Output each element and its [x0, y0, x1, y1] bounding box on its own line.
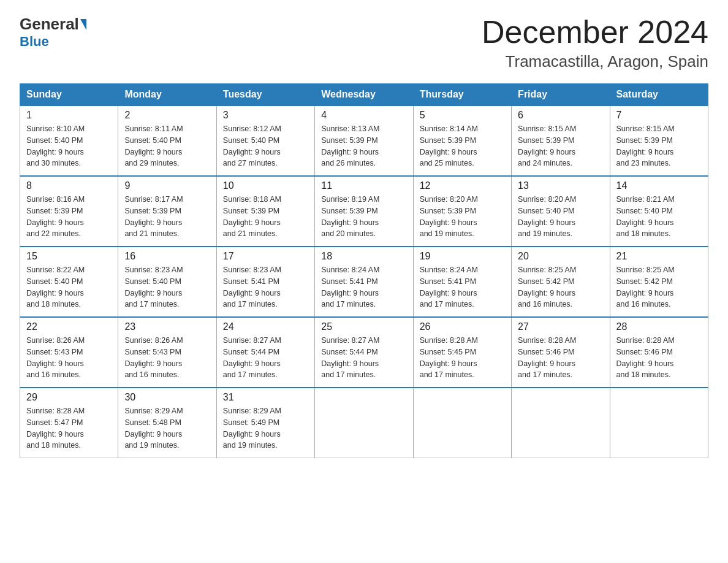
- calendar-cell: 18Sunrise: 8:24 AMSunset: 5:41 PMDayligh…: [315, 247, 413, 317]
- day-info: Sunrise: 8:25 AMSunset: 5:42 PMDaylight:…: [616, 264, 702, 310]
- page-header: General Blue December 2024 Tramacastilla…: [20, 15, 708, 71]
- day-info: Sunrise: 8:20 AMSunset: 5:40 PMDaylight:…: [518, 194, 603, 240]
- calendar-cell: 30Sunrise: 8:29 AMSunset: 5:48 PMDayligh…: [118, 388, 216, 458]
- calendar-cell: 27Sunrise: 8:28 AMSunset: 5:46 PMDayligh…: [512, 317, 610, 388]
- calendar-cell: 9Sunrise: 8:17 AMSunset: 5:39 PMDaylight…: [118, 176, 216, 247]
- day-info: Sunrise: 8:23 AMSunset: 5:41 PMDaylight:…: [223, 264, 308, 310]
- day-info: Sunrise: 8:29 AMSunset: 5:48 PMDaylight:…: [124, 405, 210, 451]
- calendar-cell: [315, 388, 413, 458]
- day-number: 27: [518, 321, 603, 332]
- calendar-cell: 4Sunrise: 8:13 AMSunset: 5:39 PMDaylight…: [315, 105, 413, 176]
- weekday-header-thursday: Thursday: [413, 84, 511, 106]
- weekday-header-monday: Monday: [118, 84, 216, 106]
- calendar-cell: 7Sunrise: 8:15 AMSunset: 5:39 PMDaylight…: [610, 105, 708, 176]
- calendar-cell: 23Sunrise: 8:26 AMSunset: 5:43 PMDayligh…: [118, 317, 216, 388]
- page-title: December 2024: [482, 15, 708, 50]
- day-number: 25: [321, 321, 406, 332]
- calendar-cell: 10Sunrise: 8:18 AMSunset: 5:39 PMDayligh…: [216, 176, 314, 247]
- day-number: 26: [420, 321, 505, 332]
- page-subtitle: Tramacastilla, Aragon, Spain: [482, 52, 708, 71]
- day-number: 24: [223, 321, 308, 332]
- day-number: 3: [223, 110, 308, 121]
- day-info: Sunrise: 8:21 AMSunset: 5:40 PMDaylight:…: [616, 194, 702, 240]
- day-info: Sunrise: 8:11 AMSunset: 5:40 PMDaylight:…: [124, 123, 210, 169]
- calendar-cell: 22Sunrise: 8:26 AMSunset: 5:43 PMDayligh…: [20, 317, 118, 388]
- calendar-cell: 20Sunrise: 8:25 AMSunset: 5:42 PMDayligh…: [512, 247, 610, 317]
- calendar-cell: 19Sunrise: 8:24 AMSunset: 5:41 PMDayligh…: [413, 247, 511, 317]
- day-info: Sunrise: 8:14 AMSunset: 5:39 PMDaylight:…: [420, 123, 505, 169]
- day-info: Sunrise: 8:19 AMSunset: 5:39 PMDaylight:…: [321, 194, 406, 240]
- calendar-cell: 3Sunrise: 8:12 AMSunset: 5:40 PMDaylight…: [216, 105, 314, 176]
- day-info: Sunrise: 8:24 AMSunset: 5:41 PMDaylight:…: [321, 264, 406, 310]
- day-info: Sunrise: 8:10 AMSunset: 5:40 PMDaylight:…: [26, 123, 112, 169]
- calendar-week-row: 22Sunrise: 8:26 AMSunset: 5:43 PMDayligh…: [20, 317, 708, 388]
- day-info: Sunrise: 8:28 AMSunset: 5:46 PMDaylight:…: [518, 335, 603, 381]
- calendar-cell: [413, 388, 511, 458]
- title-block: December 2024 Tramacastilla, Aragon, Spa…: [482, 15, 708, 71]
- calendar-cell: 12Sunrise: 8:20 AMSunset: 5:39 PMDayligh…: [413, 176, 511, 247]
- day-number: 13: [518, 180, 603, 191]
- calendar-cell: 11Sunrise: 8:19 AMSunset: 5:39 PMDayligh…: [315, 176, 413, 247]
- day-info: Sunrise: 8:15 AMSunset: 5:39 PMDaylight:…: [518, 123, 603, 169]
- day-number: 18: [321, 251, 406, 262]
- day-number: 4: [321, 110, 406, 121]
- logo-triangle-icon: [80, 19, 86, 30]
- day-number: 9: [124, 180, 210, 191]
- calendar-cell: 15Sunrise: 8:22 AMSunset: 5:40 PMDayligh…: [20, 247, 118, 317]
- logo: General Blue: [20, 15, 86, 48]
- day-number: 28: [616, 321, 702, 332]
- calendar-cell: 25Sunrise: 8:27 AMSunset: 5:44 PMDayligh…: [315, 317, 413, 388]
- day-info: Sunrise: 8:18 AMSunset: 5:39 PMDaylight:…: [223, 194, 308, 240]
- calendar-cell: 29Sunrise: 8:28 AMSunset: 5:47 PMDayligh…: [20, 388, 118, 458]
- day-info: Sunrise: 8:20 AMSunset: 5:39 PMDaylight:…: [420, 194, 505, 240]
- day-number: 15: [26, 251, 112, 262]
- day-number: 12: [420, 180, 505, 191]
- calendar-week-row: 8Sunrise: 8:16 AMSunset: 5:39 PMDaylight…: [20, 176, 708, 247]
- calendar-cell: 13Sunrise: 8:20 AMSunset: 5:40 PMDayligh…: [512, 176, 610, 247]
- day-info: Sunrise: 8:23 AMSunset: 5:40 PMDaylight:…: [124, 264, 210, 310]
- day-number: 5: [420, 110, 505, 121]
- calendar-cell: 2Sunrise: 8:11 AMSunset: 5:40 PMDaylight…: [118, 105, 216, 176]
- calendar-cell: [610, 388, 708, 458]
- day-number: 23: [124, 321, 210, 332]
- calendar-cell: 8Sunrise: 8:16 AMSunset: 5:39 PMDaylight…: [20, 176, 118, 247]
- weekday-header-wednesday: Wednesday: [315, 84, 413, 106]
- calendar-cell: [512, 388, 610, 458]
- day-number: 2: [124, 110, 210, 121]
- calendar-week-row: 1Sunrise: 8:10 AMSunset: 5:40 PMDaylight…: [20, 105, 708, 176]
- day-number: 16: [124, 251, 210, 262]
- day-number: 8: [26, 180, 112, 191]
- day-number: 1: [26, 110, 112, 121]
- day-number: 6: [518, 110, 603, 121]
- day-number: 14: [616, 180, 702, 191]
- calendar-header-row: SundayMondayTuesdayWednesdayThursdayFrid…: [20, 84, 708, 106]
- day-info: Sunrise: 8:24 AMSunset: 5:41 PMDaylight:…: [420, 264, 505, 310]
- weekday-header-saturday: Saturday: [610, 84, 708, 106]
- day-info: Sunrise: 8:26 AMSunset: 5:43 PMDaylight:…: [26, 335, 112, 381]
- calendar-cell: 31Sunrise: 8:29 AMSunset: 5:49 PMDayligh…: [216, 388, 314, 458]
- calendar-table: SundayMondayTuesdayWednesdayThursdayFrid…: [20, 83, 708, 458]
- day-info: Sunrise: 8:25 AMSunset: 5:42 PMDaylight:…: [518, 264, 603, 310]
- logo-general-text: General: [20, 15, 79, 34]
- day-info: Sunrise: 8:28 AMSunset: 5:46 PMDaylight:…: [616, 335, 702, 381]
- day-info: Sunrise: 8:29 AMSunset: 5:49 PMDaylight:…: [223, 405, 308, 451]
- day-info: Sunrise: 8:27 AMSunset: 5:44 PMDaylight:…: [321, 335, 406, 381]
- day-info: Sunrise: 8:26 AMSunset: 5:43 PMDaylight:…: [124, 335, 210, 381]
- day-info: Sunrise: 8:16 AMSunset: 5:39 PMDaylight:…: [26, 194, 112, 240]
- day-number: 19: [420, 251, 505, 262]
- day-number: 7: [616, 110, 702, 121]
- day-number: 22: [26, 321, 112, 332]
- day-number: 21: [616, 251, 702, 262]
- day-info: Sunrise: 8:13 AMSunset: 5:39 PMDaylight:…: [321, 123, 406, 169]
- calendar-cell: 1Sunrise: 8:10 AMSunset: 5:40 PMDaylight…: [20, 105, 118, 176]
- day-info: Sunrise: 8:12 AMSunset: 5:40 PMDaylight:…: [223, 123, 308, 169]
- day-info: Sunrise: 8:27 AMSunset: 5:44 PMDaylight:…: [223, 335, 308, 381]
- calendar-week-row: 29Sunrise: 8:28 AMSunset: 5:47 PMDayligh…: [20, 388, 708, 458]
- weekday-header-sunday: Sunday: [20, 84, 118, 106]
- calendar-cell: 17Sunrise: 8:23 AMSunset: 5:41 PMDayligh…: [216, 247, 314, 317]
- calendar-cell: 26Sunrise: 8:28 AMSunset: 5:45 PMDayligh…: [413, 317, 511, 388]
- calendar-cell: 28Sunrise: 8:28 AMSunset: 5:46 PMDayligh…: [610, 317, 708, 388]
- day-info: Sunrise: 8:22 AMSunset: 5:40 PMDaylight:…: [26, 264, 112, 310]
- day-number: 10: [223, 180, 308, 191]
- day-info: Sunrise: 8:28 AMSunset: 5:47 PMDaylight:…: [26, 405, 112, 451]
